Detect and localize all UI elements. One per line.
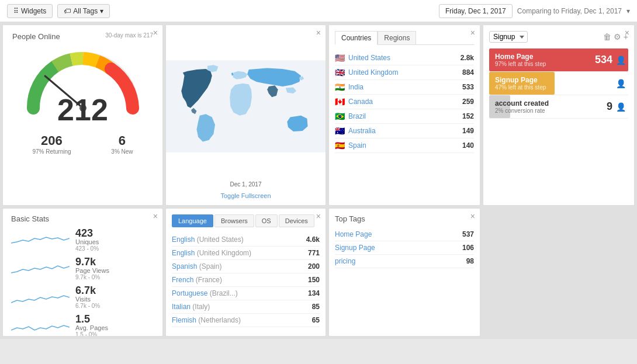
tab-os[interactable]: OS [255,214,278,227]
country-row: 🇧🇷 Brazil 152 [335,109,474,124]
tag-row: Home Page 537 [335,228,474,241]
map-card: × [165,25,326,206]
stat-change: 1.5 - 0% [75,331,154,337]
funnel-label: Signup Page 47% left at this step [491,76,601,91]
tab-countries[interactable]: Countries [335,31,378,45]
country-row: 🇨🇦 Canada 259 [335,95,474,109]
tag-name[interactable]: Signup Page [335,244,375,252]
compare-text: Comparing to Friday, Dec 1, 2017 [517,7,622,15]
language-row: Spanish (Spain) 200 [172,260,320,273]
countries-close-icon[interactable]: × [470,29,475,37]
stat-value: 1.5 [75,314,154,324]
returning-count: 206 [32,133,71,148]
people-online-header: People Online 30-day max is 217 [12,32,153,41]
toggle-fullscreen[interactable]: Toggle Fullscreen [220,192,271,199]
lang-name[interactable]: English (United States) [172,235,244,244]
language-row: French (France) 150 [172,273,320,287]
funnel-label-sub: 2% conversion rate [495,108,607,114]
funnel-label-sub: 97% left at this step [495,61,595,67]
language-close-icon[interactable]: × [316,212,321,220]
funnel-count: 9 [607,100,615,113]
lang-count: 200 [308,262,320,271]
language-card: × LanguageBrowsersOSDevices English (Uni… [165,208,326,337]
country-count: 140 [462,141,474,150]
lang-name[interactable]: Portuguese (Brazil...) [172,289,238,297]
country-name[interactable]: Spain [348,141,462,150]
language-row: English (United Kingdom) 771 [172,247,320,260]
lang-count: 134 [308,289,320,297]
stats-list: 423 Uniques 423 - 0% 9.7k Page Views 9.7… [11,228,154,337]
country-name[interactable]: United States [348,54,461,62]
stat-label: Uniques [75,238,154,245]
country-row: 🇺🇸 United States 2.8k [335,51,474,65]
returning-stat: 206 97% Returning [32,133,71,155]
people-online-card: × People Online 30-day max is 217 [2,25,163,206]
delete-button[interactable]: 🗑 [603,32,611,41]
toptags-close-icon[interactable]: × [470,212,475,220]
lang-name[interactable]: Spanish (Spain) [172,262,221,271]
country-name[interactable]: Canada [348,98,462,106]
lang-region: (United Kingdom) [197,249,251,257]
lang-region: (United States) [197,235,244,244]
country-name[interactable]: United Kingdom [348,68,462,77]
country-list: 🇺🇸 United States 2.8k 🇬🇧 United Kingdom … [335,51,474,153]
lang-name[interactable]: French (France) [172,276,222,284]
returning-label: 97% Returning [32,148,71,155]
funnel-label: Home Page 97% left at this step [491,53,595,67]
basicstats-close-icon[interactable]: × [153,212,158,220]
stat-info: 6.7k Visits 6.7k - 0% [75,285,154,309]
country-name[interactable]: India [348,83,462,91]
grid-icon: ⠿ [13,7,19,15]
country-name[interactable]: Brazil [348,112,462,120]
country-row: 🇦🇺 Australia 149 [335,124,474,138]
widgets-button[interactable]: ⠿ Widgets [7,4,53,18]
lang-name[interactable]: English (United Kingdom) [172,249,251,257]
tag-name[interactable]: pricing [335,257,355,265]
country-flag-es: 🇪🇸 [335,141,345,150]
tags-list: Home Page 537 Signup Page 106 pricing 98 [335,228,474,268]
country-flag-br: 🇧🇷 [335,112,345,121]
new-stat: 6 3% New [111,133,133,155]
all-tags-button[interactable]: 🏷 All Tags ▾ [57,4,110,18]
country-row: 🇪🇸 Spain 140 [335,138,474,153]
top-bar-left: ⠿ Widgets 🏷 All Tags ▾ [7,4,110,18]
country-name[interactable]: Australia [348,127,462,135]
tab-browsers[interactable]: Browsers [214,214,254,227]
lang-region: (France) [196,276,222,284]
lang-count: 771 [308,249,320,257]
close-icon[interactable]: × [153,29,158,37]
tag-name[interactable]: Home Page [335,230,372,238]
countries-tabs: Countries Regions [335,31,474,45]
signup-select[interactable]: Signup [489,31,528,43]
date-button[interactable]: Friday, Dec 1, 2017 [439,4,513,18]
tab-language[interactable]: Language [172,214,213,227]
country-count: 259 [462,98,474,106]
lang-region: (Italy) [192,303,210,311]
country-flag-uk: 🇬🇧 [335,68,345,77]
countries-card: × Countries Regions 🇺🇸 United States 2.8… [328,25,480,206]
lang-region: (Spain) [199,262,222,271]
tag-count: 106 [462,244,474,252]
stat-info: 423 Uniques 423 - 0% [75,228,154,252]
funnel-label-main: Signup Page [495,76,601,84]
signup-close-icon[interactable]: × [625,29,629,37]
chevron-down-icon-compare: ▾ [626,7,630,15]
map-container: Dec 1, 2017 Toggle Fullscreen [166,25,326,205]
settings-button[interactable]: ⚙ [614,32,621,41]
country-row: 🇬🇧 United Kingdom 884 [335,65,474,80]
top-tags-card: × Top Tags Home Page 537 Signup Page 106… [328,208,480,337]
basic-stats-card: × Basic Stats 423 Uniques 423 - 0% 9.7k … [2,208,163,337]
people-online-title: People Online [12,32,60,41]
lang-name[interactable]: Italian (Italy) [172,303,210,311]
lang-name[interactable]: Flemish (Netherlands) [172,316,241,324]
tag-row: Signup Page 106 [335,241,474,255]
funnel-row: account created 2% conversion rate 9 👤 [489,95,628,119]
stat-value: 9.7k [75,256,154,267]
gauge-widget: 212 [12,47,153,127]
funnel-person-icon: 👤 [615,102,626,112]
tab-devices[interactable]: Devices [279,214,314,227]
tab-regions[interactable]: Regions [378,31,416,44]
basic-stats-title: Basic Stats [11,214,154,223]
funnel-label-main: Home Page [495,53,595,61]
stat-info: 9.7k Page Views 9.7k - 0% [75,256,154,280]
